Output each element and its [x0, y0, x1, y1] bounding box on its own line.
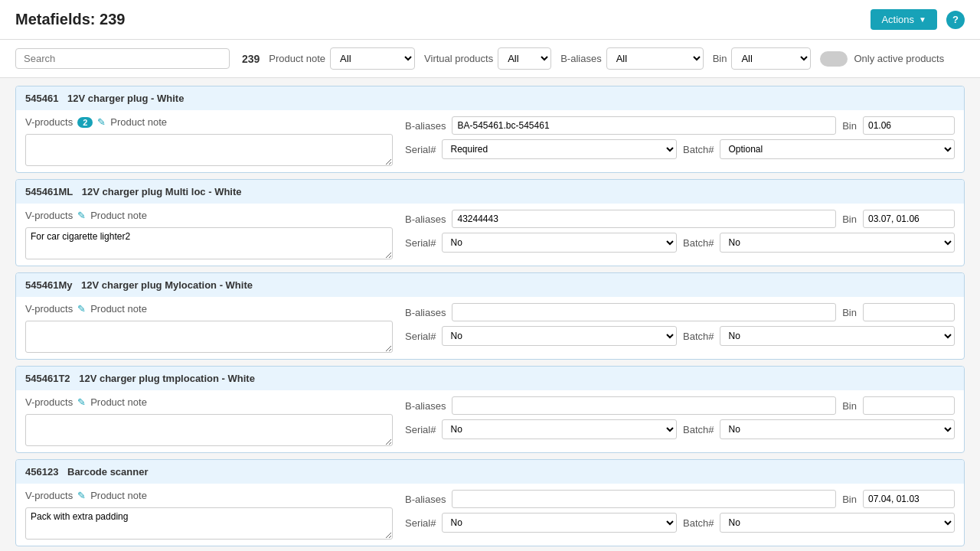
product-body: V-products ✎ Product note For car cigare…: [16, 204, 964, 266]
search-input[interactable]: [15, 48, 230, 69]
actions-button[interactable]: Actions: [871, 9, 937, 30]
product-block: 545461ML 12V charger plug Multi loc - Wh…: [15, 179, 965, 266]
v-products-label: V-products: [25, 396, 73, 408]
batch-select[interactable]: NoRequiredOptional: [720, 326, 955, 346]
toolbar: 239 Product note AllWith noteWithout not…: [0, 40, 980, 78]
batch-select[interactable]: NoRequiredOptional: [720, 513, 955, 533]
product-id: 545461My: [25, 279, 72, 291]
product-left-col: V-products ✎ Product note Pack with extr…: [25, 490, 393, 540]
virtual-products-select[interactable]: AllYesNo: [498, 47, 551, 70]
bin-filter: Bin AllWith binWithout bin: [713, 47, 812, 70]
only-active-label: Only active products: [854, 53, 944, 64]
v-products-row: V-products ✎ Product note: [25, 396, 393, 408]
edit-v-products-icon[interactable]: ✎: [77, 303, 86, 315]
product-name: 12V charger plug tmplocation - White: [77, 373, 255, 384]
serial-label: Serial#: [405, 144, 436, 155]
batch-select[interactable]: NoRequiredOptional: [720, 419, 955, 439]
product-body: V-products 2 ✎ Product note B-aliases Bi…: [16, 110, 964, 172]
edit-v-products-icon[interactable]: ✎: [77, 396, 86, 408]
virtual-products-filter: Virtual products AllYesNo: [424, 47, 551, 70]
bin-label: Bin: [842, 214, 857, 225]
product-note-filter: Product note AllWith noteWithout note: [269, 47, 415, 70]
v-products-label: V-products: [25, 116, 73, 128]
batch-label: Batch#: [683, 424, 714, 435]
edit-v-products-icon[interactable]: ✎: [97, 116, 106, 128]
bin-input[interactable]: [863, 210, 955, 228]
batch-label: Batch#: [683, 144, 714, 155]
b-aliases-label: B-aliases: [405, 214, 446, 225]
edit-v-products-icon[interactable]: ✎: [77, 490, 86, 501]
serial-select[interactable]: NoRequiredOptional: [442, 326, 677, 346]
product-id: 545461ML: [25, 186, 73, 197]
product-block: 545461 12V charger plug - White V-produc…: [15, 86, 965, 173]
product-id: 545461: [25, 93, 58, 104]
serial-select[interactable]: NoRequiredOptional: [442, 513, 677, 533]
product-right-col: B-aliases Bin Serial# NoRequiredOptional…: [405, 210, 955, 253]
product-note-label: Product note: [110, 116, 167, 128]
b-aliases-input[interactable]: [452, 116, 836, 135]
serial-label: Serial#: [405, 424, 436, 435]
product-note-textarea[interactable]: For car cigarette lighter2: [25, 227, 393, 259]
b-aliases-input[interactable]: [452, 490, 836, 508]
product-body: V-products ✎ Product note B-aliases Bin …: [16, 390, 964, 452]
v-products-label: V-products: [25, 303, 73, 315]
serial-label: Serial#: [405, 517, 436, 529]
bin-input[interactable]: [863, 396, 955, 415]
b-aliases-select[interactable]: AllWith aliasesWithout aliases: [606, 47, 704, 70]
product-block: 456123 Barcode scanner V-products ✎ Prod…: [15, 459, 965, 546]
bin-label: Bin: [842, 307, 857, 318]
product-note-textarea[interactable]: Pack with extra padding: [25, 507, 393, 540]
product-left-col: V-products ✎ Product note: [25, 303, 393, 353]
b-aliases-label: B-aliases: [405, 494, 446, 505]
b-aliases-filter: B-aliases AllWith aliasesWithout aliases: [560, 47, 703, 70]
product-block: 545461T2 12V charger plug tmplocation - …: [15, 366, 965, 453]
batch-select[interactable]: NoRequiredOptional: [720, 139, 955, 159]
product-name: 12V charger plug - White: [64, 93, 184, 104]
page-title: Metafields: 239: [15, 11, 125, 28]
product-id: 545461T2: [25, 373, 70, 384]
product-note-textarea[interactable]: [25, 134, 393, 166]
batch-select[interactable]: NoRequiredOptional: [720, 233, 955, 253]
b-aliases-input[interactable]: [452, 303, 836, 321]
product-header: 545461ML 12V charger plug Multi loc - Wh…: [16, 180, 964, 204]
bin-label: Bin: [842, 494, 857, 505]
batch-label: Batch#: [683, 331, 714, 342]
b-aliases-input[interactable]: [452, 396, 836, 415]
serial-select[interactable]: NoRequiredOptional: [442, 139, 677, 159]
v-products-label: V-products: [25, 210, 73, 221]
v-products-row: V-products ✎ Product note: [25, 490, 393, 501]
b-aliases-input[interactable]: [452, 210, 836, 228]
product-right-col: B-aliases Bin Serial# NoRequiredOptional…: [405, 490, 955, 533]
product-name: 12V charger plug Multi loc - White: [79, 186, 241, 197]
product-body: V-products ✎ Product note Pack with extr…: [16, 484, 964, 546]
virtual-products-label: Virtual products: [424, 53, 493, 64]
product-right-col: B-aliases Bin Serial# NoRequiredOptional…: [405, 116, 955, 159]
v-products-badge: 2: [77, 117, 93, 128]
product-name: Barcode scanner: [64, 466, 148, 478]
help-icon[interactable]: ?: [946, 11, 965, 29]
products-list: 545461 12V charger plug - White V-produc…: [0, 78, 980, 551]
product-note-select[interactable]: AllWith noteWithout note: [330, 47, 415, 70]
bin-input[interactable]: [863, 490, 955, 508]
only-active-toggle[interactable]: [820, 51, 848, 67]
batch-label: Batch#: [683, 517, 714, 529]
header-actions: Actions ?: [871, 9, 965, 30]
b-aliases-label: B-aliases: [560, 53, 601, 64]
serial-select[interactable]: NoRequiredOptional: [442, 233, 677, 253]
b-aliases-label: B-aliases: [405, 120, 446, 132]
product-note-textarea[interactable]: [25, 414, 393, 446]
bin-input[interactable]: [863, 116, 955, 135]
product-note-label: Product note: [90, 396, 147, 408]
bin-input[interactable]: [863, 303, 955, 321]
total-count: 239: [242, 53, 260, 65]
edit-v-products-icon[interactable]: ✎: [77, 210, 86, 221]
product-note-filter-label: Product note: [269, 53, 325, 64]
product-note-label: Product note: [90, 303, 147, 315]
serial-select[interactable]: NoRequiredOptional: [442, 419, 677, 439]
v-products-label: V-products: [25, 490, 73, 501]
bin-label: Bin: [842, 120, 857, 132]
bin-select[interactable]: AllWith binWithout bin: [731, 47, 811, 70]
product-left-col: V-products 2 ✎ Product note: [25, 116, 393, 166]
product-note-textarea[interactable]: [25, 321, 393, 353]
product-right-col: B-aliases Bin Serial# NoRequiredOptional…: [405, 396, 955, 439]
